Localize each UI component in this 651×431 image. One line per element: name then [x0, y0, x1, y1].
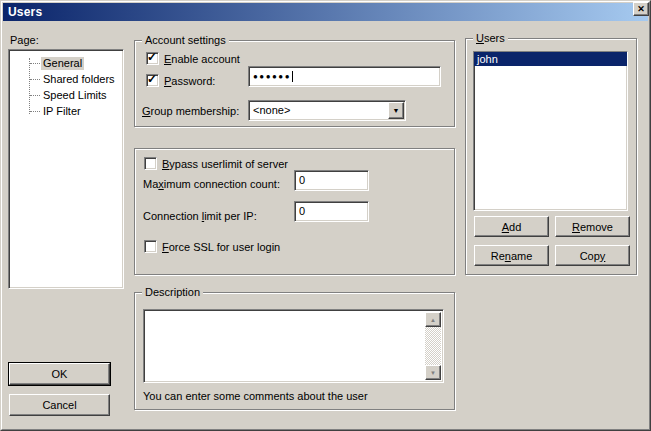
window-title: Users [8, 5, 42, 19]
description-textarea[interactable]: ▲ ▼ [143, 309, 444, 383]
limits-group: ✓ Bypass userlimit of server Maximum con… [134, 148, 455, 275]
rename-user-button[interactable]: Rename [474, 245, 549, 266]
page-list: General Shared folders Speed Limits IP F… [8, 49, 124, 289]
scroll-down-icon[interactable]: ▼ [425, 365, 441, 380]
tree-item-speed-limits[interactable]: Speed Limits [11, 87, 121, 103]
ok-button[interactable]: OK [9, 363, 110, 385]
page-label: Page: [10, 34, 39, 47]
users-group: Users john Add Remove Rename Copy [465, 38, 637, 275]
bypass-userlimit-label[interactable]: Bypass userlimit of server [162, 158, 288, 171]
checkmark-icon: ✓ [147, 72, 157, 86]
tree-item-general[interactable]: General [11, 55, 121, 71]
group-membership-select[interactable]: <none> ▼ [248, 100, 406, 121]
tree-item-ip-filter[interactable]: IP Filter [11, 103, 121, 119]
scroll-up-icon[interactable]: ▲ [425, 312, 441, 327]
titlebar[interactable]: Users [3, 3, 648, 21]
chevron-down-icon[interactable]: ▼ [388, 102, 404, 119]
account-settings-legend: Account settings [142, 33, 229, 47]
group-membership-label: Group membership: [142, 105, 239, 118]
copy-user-button[interactable]: Copy [555, 245, 630, 266]
password-label[interactable]: Password: [164, 75, 215, 88]
users-legend: Users [473, 31, 508, 45]
users-dialog: Users ✕ Page: General Shared folders Spe… [0, 0, 651, 431]
add-user-button[interactable]: Add [474, 216, 549, 237]
description-legend: Description [142, 285, 203, 299]
description-scrollbar[interactable]: ▲ ▼ [425, 312, 441, 380]
enable-account-checkbox[interactable]: ✓ [146, 52, 159, 65]
group-membership-value: <none> [253, 104, 290, 116]
force-ssl-label[interactable]: Force SSL for user login [162, 241, 280, 254]
users-list: john [473, 51, 628, 211]
tree-item-shared-folders[interactable]: Shared folders [11, 71, 121, 87]
force-ssl-checkbox[interactable]: ✓ [144, 240, 157, 253]
max-connection-label: Maximum connection count: [143, 178, 280, 191]
page-tree: General Shared folders Speed Limits IP F… [11, 52, 121, 286]
remove-user-button[interactable]: Remove [555, 216, 630, 237]
cancel-button[interactable]: Cancel [9, 394, 110, 416]
connection-per-ip-label: Connection limit per IP: [143, 210, 257, 223]
list-item[interactable]: john [474, 52, 627, 66]
user-name: john [477, 53, 498, 65]
password-checkbox[interactable]: ✓ [146, 74, 159, 87]
account-settings-group: Account settings ✓ Enable account ✓ Pass… [134, 40, 455, 127]
description-group: Description ▲ ▼ You can enter some comme… [134, 292, 455, 410]
connection-per-ip-input[interactable]: 0 [294, 201, 369, 222]
checkmark-icon: ✓ [147, 50, 157, 64]
close-icon[interactable]: ✕ [633, 2, 649, 16]
description-hint: You can enter some comments about the us… [143, 390, 368, 403]
enable-account-label[interactable]: Enable account [164, 53, 240, 66]
password-input[interactable]: ●●●●●● [248, 66, 441, 87]
bypass-userlimit-checkbox[interactable]: ✓ [144, 157, 157, 170]
max-connection-input[interactable]: 0 [294, 170, 369, 191]
text-cursor [292, 71, 293, 82]
